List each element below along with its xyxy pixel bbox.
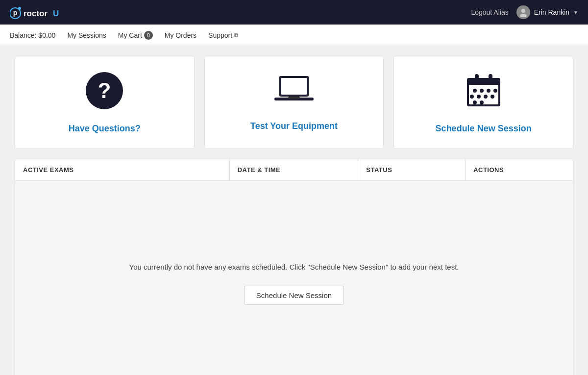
subnav: Balance: $0.00 My Sessions My Cart 0 My … — [0, 25, 588, 46]
svg-point-24 — [490, 95, 494, 99]
navbar: p roctor U Logout Alias Erin Rankin ▼ — [0, 0, 588, 25]
col-status: STATUS — [358, 159, 466, 180]
svg-point-26 — [480, 100, 484, 104]
svg-point-6 — [520, 14, 527, 17]
svg-point-2 — [18, 7, 21, 10]
logo: p roctor U — [10, 5, 64, 20]
svg-point-19 — [487, 89, 490, 93]
calendar-icon — [464, 71, 503, 118]
my-orders-link[interactable]: My Orders — [165, 31, 196, 39]
svg-rect-15 — [475, 74, 479, 83]
have-questions-link: Have Questions? — [69, 124, 141, 134]
col-date-time: DATE & TIME — [230, 159, 359, 180]
chevron-down-icon: ▼ — [573, 10, 578, 15]
user-name: Erin Rankin — [534, 8, 569, 16]
external-link-icon: ⧉ — [234, 32, 239, 39]
have-questions-card[interactable]: ? Have Questions? — [15, 56, 195, 149]
svg-text:U: U — [53, 9, 59, 18]
proctoru-logo: p roctor U — [10, 5, 64, 20]
my-sessions-link[interactable]: My Sessions — [67, 31, 106, 39]
support-link[interactable]: Support ⧉ — [208, 31, 239, 39]
svg-point-17 — [473, 89, 477, 93]
svg-text:roctor: roctor — [24, 9, 48, 18]
schedule-new-session-link: Schedule New Session — [436, 124, 532, 134]
test-equipment-card[interactable]: Test Your Equipment — [204, 56, 384, 149]
svg-rect-16 — [489, 74, 492, 83]
schedule-new-session-button[interactable]: Schedule New Session — [244, 286, 344, 305]
col-active-exams: ACTIVE EXAMS — [15, 159, 230, 180]
my-cart-label: My Cart — [118, 31, 142, 39]
svg-point-5 — [521, 9, 525, 13]
svg-rect-12 — [288, 97, 300, 99]
cart-count: 0 — [144, 31, 153, 40]
svg-point-21 — [470, 95, 474, 99]
question-icon: ? — [85, 71, 124, 118]
test-equipment-link: Test Your Equipment — [250, 121, 338, 131]
laptop-icon — [274, 74, 314, 115]
user-icon — [518, 7, 528, 17]
svg-text:?: ? — [98, 78, 111, 102]
svg-point-20 — [493, 89, 497, 93]
svg-point-23 — [484, 95, 488, 99]
col-actions: ACTIONS — [466, 159, 573, 180]
svg-point-18 — [480, 89, 484, 93]
svg-rect-10 — [281, 78, 307, 95]
main-content: ? Have Questions? Test Your Equipment — [5, 46, 583, 375]
user-dropdown[interactable]: Erin Rankin ▼ — [516, 5, 578, 19]
support-label: Support — [208, 31, 232, 39]
active-exams-table: ACTIVE EXAMS DATE & TIME STATUS ACTIONS … — [15, 159, 573, 375]
card-grid: ? Have Questions? Test Your Equipment — [15, 56, 573, 149]
avatar — [516, 5, 530, 19]
logout-link[interactable]: Logout Alias — [471, 8, 508, 16]
balance-display: Balance: $0.00 — [10, 31, 55, 39]
svg-point-25 — [473, 100, 477, 104]
svg-point-22 — [477, 95, 481, 99]
table-body: You currently do not have any exams sche… — [15, 181, 573, 375]
svg-text:p: p — [13, 9, 18, 17]
brand: p roctor U — [10, 5, 64, 20]
empty-message: You currently do not have any exams sche… — [129, 263, 459, 271]
my-cart-link[interactable]: My Cart 0 — [118, 31, 153, 40]
schedule-session-card[interactable]: Schedule New Session — [393, 56, 573, 149]
table-header: ACTIVE EXAMS DATE & TIME STATUS ACTIONS — [15, 159, 573, 181]
navbar-right: Logout Alias Erin Rankin ▼ — [471, 5, 578, 19]
